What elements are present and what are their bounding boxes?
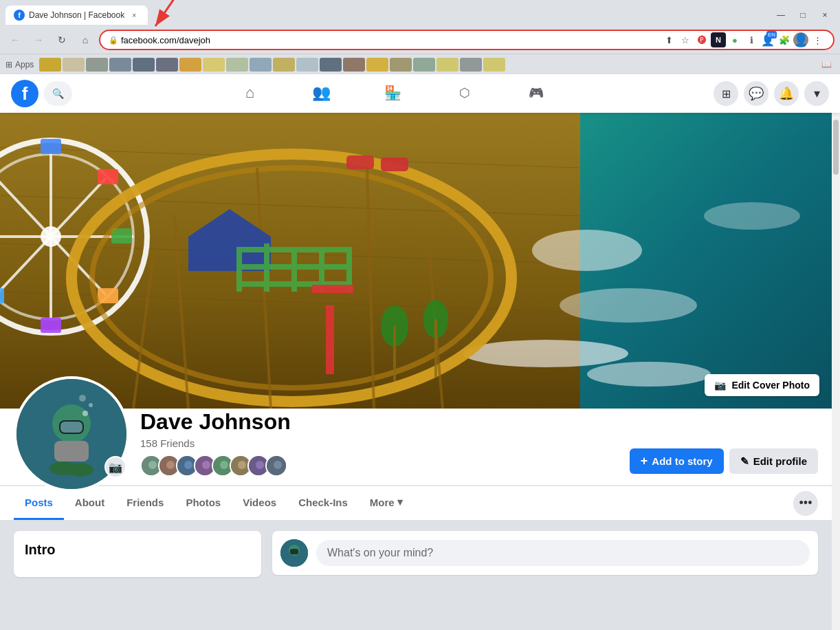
bookmark-color-swatch[interactable] <box>273 58 295 72</box>
bookmark-color-swatch[interactable] <box>460 58 482 72</box>
tab-title-text: Dave Johnson | Facebook <box>29 10 124 20</box>
bookmark-color-swatch[interactable] <box>133 58 155 72</box>
tab-bar: f Dave Johnson | Facebook × + — □ × <box>0 0 840 26</box>
tab-more[interactable]: More ▾ <box>359 486 414 520</box>
bookmark-color-swatch[interactable] <box>366 58 388 72</box>
window-controls: — □ × <box>771 6 835 25</box>
bookmark-color-swatch[interactable] <box>63 58 85 72</box>
browser-window: f Dave Johnson | Facebook × + — □ × ← → … <box>0 0 840 630</box>
svg-rect-23 <box>41 139 61 154</box>
ext-icon2[interactable]: ℹ <box>744 32 759 47</box>
svg-point-60 <box>89 403 93 407</box>
profile-avatar-nav[interactable]: 👤 <box>793 32 808 47</box>
active-tab[interactable]: f Dave Johnson | Facebook × <box>5 6 148 25</box>
svg-point-69 <box>184 461 192 469</box>
bookmark-color-swatch[interactable] <box>296 58 318 72</box>
bookmark-color-swatch[interactable] <box>86 58 108 72</box>
bookmark-color-swatch[interactable] <box>413 58 435 72</box>
nav-gaming[interactable]: 🎮 <box>502 77 571 110</box>
nav-friends[interactable]: 👥 <box>287 77 356 110</box>
apps-button[interactable]: ⊞ Apps <box>5 60 34 69</box>
camera-cover-icon: 📷 <box>714 380 726 391</box>
apps-grid-icon: ⊞ <box>5 60 12 69</box>
svg-rect-49 <box>312 285 353 293</box>
bookmark-color-swatch[interactable] <box>226 58 248 72</box>
svg-point-75 <box>238 461 246 469</box>
address-bar-container[interactable]: 🔒 ⬆ ☆ 🅟 N ● ℹ 👤EN 🧩 👤 <box>99 30 835 50</box>
forward-btn[interactable]: → <box>29 30 48 50</box>
reading-list-icon: 📖 <box>821 60 832 69</box>
scrollbar-thumb[interactable] <box>833 120 839 175</box>
svg-point-67 <box>166 461 175 469</box>
tab-options-btn[interactable]: ••• <box>793 491 818 516</box>
maximize-btn[interactable]: □ <box>793 6 813 25</box>
menu-btn[interactable]: ⋮ <box>810 32 825 47</box>
close-window-btn[interactable]: × <box>815 6 835 25</box>
reading-list-button[interactable]: 📖 <box>821 60 835 69</box>
address-bar-input[interactable] <box>121 35 661 45</box>
home-nav-icon: ⌂ <box>245 84 254 102</box>
profile-action-buttons: + Add to story ✎ Edit profile <box>630 448 818 485</box>
tab-photos[interactable]: Photos <box>175 487 232 520</box>
svg-rect-53 <box>434 319 437 378</box>
bookmark-color-swatch[interactable] <box>390 58 412 72</box>
nav-right-section: ⊞ 💬 🔔 ▾ <box>714 81 829 106</box>
nav-groups[interactable]: ⬡ <box>430 77 499 110</box>
bookmark-color-swatch[interactable] <box>203 58 225 72</box>
svg-rect-32 <box>381 158 408 171</box>
svg-point-73 <box>220 461 228 469</box>
bookmark-color-swatch[interactable] <box>436 58 458 72</box>
bookmark-color-swatch[interactable] <box>343 58 365 72</box>
nav-marketplace[interactable]: 🏪 <box>359 77 428 110</box>
post-box-avatar <box>280 539 308 567</box>
svg-rect-28 <box>0 288 4 303</box>
groups-nav-icon: ⬡ <box>459 85 470 100</box>
share-icon[interactable]: ⬆ <box>661 32 676 47</box>
nav-account-btn[interactable]: ▾ <box>804 81 829 106</box>
n-icon[interactable]: N <box>711 32 726 47</box>
refresh-btn[interactable]: ↻ <box>52 30 71 50</box>
pocket-icon[interactable]: 🅟 <box>694 32 709 47</box>
lock-icon: 🔒 <box>109 36 118 45</box>
edit-profile-label: Edit profile <box>753 455 807 467</box>
home-btn[interactable]: ⌂ <box>76 30 95 50</box>
back-btn[interactable]: ← <box>5 30 25 50</box>
nav-apps-btn[interactable]: ⊞ <box>714 81 738 106</box>
intro-title: Intro <box>25 542 250 558</box>
more-tab-label: More <box>370 497 395 508</box>
nav-notifications-btn[interactable]: 🔔 <box>774 81 799 106</box>
ext-icon3[interactable]: 👤EN <box>760 32 775 47</box>
profile-avatar-wrapper: 📷 <box>14 434 129 492</box>
bookmark-color-swatch[interactable] <box>109 58 131 72</box>
bookmark-color-swatch[interactable] <box>483 58 505 72</box>
bookmark-color-swatch[interactable] <box>250 58 272 72</box>
ext-icon1[interactable]: ● <box>727 32 742 47</box>
bookmark-color-swatch[interactable] <box>179 58 201 72</box>
minimize-btn[interactable]: — <box>771 6 791 25</box>
edit-cover-photo-btn[interactable]: 📷 Edit Cover Photo <box>705 374 819 396</box>
post-input-field[interactable]: What's on your mind? <box>316 540 810 566</box>
svg-point-15 <box>704 202 800 230</box>
profile-name: Dave Johnson <box>140 409 619 435</box>
bookmark-color-swatch[interactable] <box>156 58 178 72</box>
avatar-camera-btn[interactable]: 📷 <box>104 456 126 478</box>
nav-home[interactable]: ⌂ <box>216 77 285 110</box>
edit-profile-btn[interactable]: ✎ Edit profile <box>729 448 818 474</box>
tab-checkins[interactable]: Check-Ins <box>287 487 359 520</box>
bookmark-color-swatch[interactable] <box>320 58 342 72</box>
create-post-box: What's on your mind? <box>272 531 818 575</box>
pencil-icon: ✎ <box>740 455 749 468</box>
svg-rect-48 <box>326 305 334 374</box>
ext-icon4[interactable]: 🧩 <box>777 32 792 47</box>
search-bar[interactable]: 🔍 <box>44 81 72 106</box>
add-to-story-btn[interactable]: + Add to story <box>630 448 724 474</box>
svg-point-59 <box>82 411 88 416</box>
scrollbar-track[interactable] <box>832 113 840 630</box>
facebook-logo[interactable]: f <box>11 80 38 107</box>
nav-messenger-btn[interactable]: 💬 <box>744 81 769 106</box>
tab-videos[interactable]: Videos <box>232 487 287 520</box>
camera-avatar-icon: 📷 <box>109 461 122 474</box>
svg-rect-45 <box>236 247 352 252</box>
bookmark-icon[interactable]: ☆ <box>678 32 693 47</box>
bookmark-color-swatch[interactable] <box>39 58 61 72</box>
